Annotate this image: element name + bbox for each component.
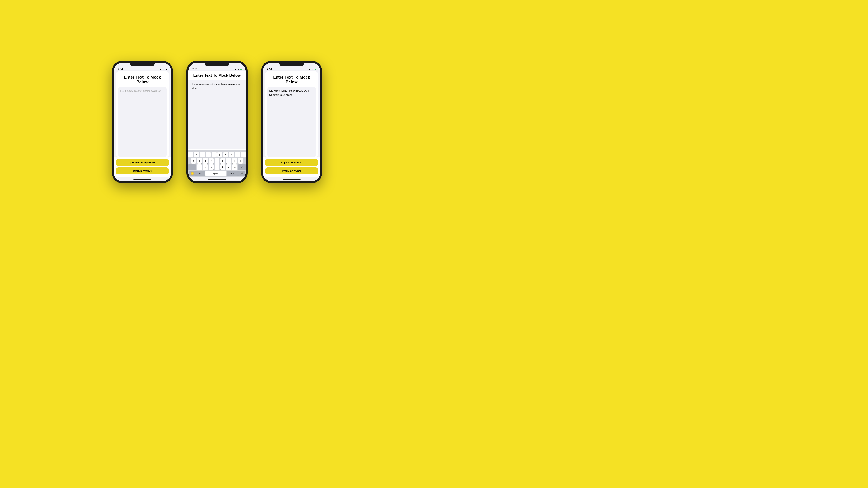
key-delete[interactable]: ⌫	[238, 164, 246, 170]
copy-button-3[interactable]: cOpY tO kEyBoArD	[265, 159, 318, 166]
key-q[interactable]: q	[188, 152, 193, 157]
key-g[interactable]: g	[215, 158, 219, 164]
key-z[interactable]: z	[197, 164, 202, 170]
signal-bars-1	[160, 68, 162, 70]
notch-1	[130, 61, 155, 66]
screen-content-3: Enter Text To Mock Below lEtS MoCk sOmE …	[265, 71, 318, 157]
text-cursor-2	[197, 87, 198, 90]
key-space[interactable]: space	[206, 171, 226, 176]
key-return[interactable]: return	[227, 171, 238, 176]
keyboard-row-2: a s d f g h j k l	[189, 158, 245, 164]
textarea-placeholder-1: sTaRt tYpInG oR pAsTe fRoM kEyBoArD	[120, 90, 161, 92]
time-3: 7:59	[267, 68, 272, 70]
key-y[interactable]: y	[217, 152, 222, 157]
key-123[interactable]: 123	[196, 171, 205, 176]
phone-1: 7:54 ▲ ▮ Enter Text To Mock Below sTaRt …	[112, 61, 173, 183]
key-a[interactable]: a	[191, 158, 196, 164]
wifi-icon-2: ▲	[237, 68, 239, 70]
key-o[interactable]: o	[235, 152, 240, 157]
key-n[interactable]: n	[226, 164, 231, 170]
home-bar-3	[283, 179, 301, 180]
notch-3	[279, 61, 304, 66]
key-h[interactable]: h	[220, 158, 225, 164]
status-icons-2: ▲	[234, 68, 242, 70]
phone-2: 7:58 ▲ Enter Text To Mock Below	[186, 61, 248, 183]
key-p[interactable]: p	[241, 152, 246, 157]
textarea-text-3: lEtS MoCk sOmE TeXt aNd mAkE OuR SaRcAsM…	[269, 90, 309, 96]
phone-inner-3: 7:59 ▲ Enter Text To Mock Below lEtS MoC…	[263, 63, 320, 181]
time-2: 7:58	[192, 68, 197, 70]
key-j[interactable]: j	[226, 158, 231, 164]
home-indicator-3	[263, 177, 320, 181]
app-title-3: Enter Text To Mock Below	[265, 71, 318, 87]
phone-3: 7:59 ▲ Enter Text To Mock Below lEtS MoC…	[261, 61, 322, 183]
app-title-1: Enter Text To Mock Below	[116, 71, 169, 87]
key-l[interactable]: l	[238, 158, 243, 164]
mock-button-1[interactable]: mOcK mY wOrDs	[116, 167, 169, 174]
wifi-icon-3: ▲	[312, 68, 314, 70]
key-i[interactable]: i	[229, 152, 234, 157]
battery-icon-1: ▮	[166, 68, 167, 70]
buttons-area-1: pAsTe fRoM kEyBoArD mOcK mY wOrDs	[114, 157, 171, 177]
keyboard-bottom-row: 🙂 123 space return 🎤	[189, 171, 245, 176]
phone-inner-2: 7:58 ▲ Enter Text To Mock Below	[188, 63, 246, 181]
key-v[interactable]: v	[215, 164, 219, 170]
key-u[interactable]: u	[223, 152, 228, 157]
home-indicator-2	[188, 177, 246, 181]
app-title-2: Enter Text To Mock Below	[192, 73, 242, 78]
phones-container: 7:54 ▲ ▮ Enter Text To Mock Below sTaRt …	[112, 61, 322, 183]
key-e[interactable]: e	[200, 152, 205, 157]
phone-inner-1: 7:54 ▲ ▮ Enter Text To Mock Below sTaRt …	[114, 63, 171, 181]
textarea-3[interactable]: lEtS MoCk sOmE TeXt aNd mAkE OuR SaRcAsM…	[268, 87, 316, 157]
key-d[interactable]: d	[203, 158, 208, 164]
phone2-layout: Enter Text To Mock Below Lets mock some …	[188, 71, 246, 177]
key-mic[interactable]: 🎤	[239, 171, 245, 176]
home-bar-1	[133, 179, 151, 180]
key-emoji[interactable]: 🙂	[189, 171, 195, 176]
key-b[interactable]: b	[220, 164, 225, 170]
key-w[interactable]: w	[194, 152, 199, 157]
signal-bars-2	[234, 68, 237, 70]
key-r[interactable]: r	[206, 152, 211, 157]
paste-button-1[interactable]: pAsTe fRoM kEyBoArD	[116, 159, 169, 166]
wifi-icon-1: ▲	[163, 68, 165, 70]
key-x[interactable]: x	[203, 164, 208, 170]
buttons-area-3: cOpY tO kEyBoArD mOcK mY wOrDs	[263, 157, 320, 177]
keyboard-2[interactable]: q w e r t y u i o p a s d	[188, 151, 246, 177]
textarea-1[interactable]: sTaRt tYpInG oR pAsTe fRoM kEyBoArD	[118, 87, 166, 157]
keyboard-row-1: q w e r t y u i o p	[189, 152, 245, 157]
green-dot-2	[240, 69, 242, 70]
key-m[interactable]: m	[232, 164, 237, 170]
status-icons-3: ▲	[309, 68, 316, 70]
key-k[interactable]: k	[232, 158, 237, 164]
textarea-2[interactable]: Lets mock some text and make our sarcasm…	[191, 80, 243, 149]
key-s[interactable]: s	[197, 158, 202, 164]
home-indicator-1	[114, 177, 171, 181]
screen-content-1: Enter Text To Mock Below sTaRt tYpInG oR…	[116, 71, 169, 157]
notch-2	[205, 61, 229, 66]
home-bar-2	[208, 179, 226, 180]
key-shift[interactable]: ⇧	[188, 164, 196, 170]
signal-bars-3	[309, 68, 311, 70]
status-icons-1: ▲ ▮	[160, 68, 167, 70]
key-c[interactable]: c	[209, 164, 214, 170]
keyboard-row-3: ⇧ z x c v b n m ⌫	[189, 164, 245, 170]
textarea-text-2: Lets mock some text and make our sarcasm…	[192, 83, 242, 90]
mock-button-3[interactable]: mOcK mY wOrDs	[265, 167, 318, 174]
key-t[interactable]: t	[212, 152, 217, 157]
key-f[interactable]: f	[209, 158, 214, 164]
green-dot-3	[315, 69, 316, 70]
time-1: 7:54	[118, 68, 123, 70]
